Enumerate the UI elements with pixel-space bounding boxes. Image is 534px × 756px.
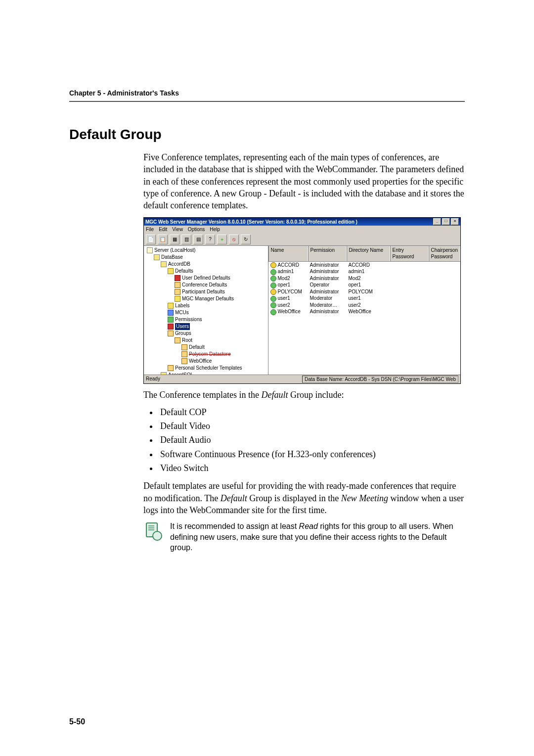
section-title: Default Group [69, 127, 465, 142]
tree-database[interactable]: DataBase [145, 254, 267, 261]
chapter-header: Chapter 5 - Administrator's Tasks [69, 89, 465, 97]
list-item: Default COP [158, 405, 465, 419]
toolbar-list-icon[interactable]: ▤ [193, 235, 203, 244]
table-row[interactable]: ACCORDAdministratorACCORD [268, 262, 460, 269]
toolbar-paste-icon[interactable]: 📋 [158, 235, 168, 244]
close-button[interactable]: × [451, 218, 459, 225]
col-permission[interactable]: Permission [308, 246, 347, 261]
tree-mcus[interactable]: MCUs [145, 309, 267, 316]
col-directory[interactable]: Directory Name [347, 246, 390, 261]
defaults-icon [168, 268, 174, 274]
minimize-button[interactable]: _ [433, 218, 441, 225]
title-bar: MGC Web Server Manager Version 8.0.0.10 … [144, 218, 460, 226]
tree-accordsql[interactable]: AccordSQL [145, 372, 267, 375]
user-icon [270, 283, 276, 288]
app-window: MGC Web Server Manager Version 8.0.0.10 … [143, 217, 461, 384]
tree-users[interactable]: Users [145, 323, 267, 330]
table-row[interactable]: user2Moderator…user2 [268, 302, 460, 309]
note-icon [143, 521, 163, 543]
tree-default-group[interactable]: Default [145, 344, 267, 351]
templates-list: Default COP Default Video Default Audio … [143, 405, 465, 475]
tree-mgc-manager-defaults[interactable]: MGC Manager Defaults [145, 295, 267, 302]
folder-icon [175, 289, 180, 295]
list-item: Default Audio [158, 433, 465, 447]
note-text: It is recommended to assign at least Rea… [170, 521, 465, 553]
table-row[interactable]: Mod2AdministratorMod2 [268, 275, 460, 282]
table-row[interactable]: oper1Operatoroper1 [268, 282, 460, 288]
window-controls: _ □ × [433, 218, 459, 225]
menu-view[interactable]: View [172, 226, 183, 233]
tree-defaults[interactable]: Defaults [145, 268, 267, 275]
toolbar-small-icons-icon[interactable]: ▥ [181, 235, 191, 244]
tree-accorddb[interactable]: AccordDB [145, 261, 267, 268]
folder-icon [181, 358, 187, 364]
toolbar-stop-icon[interactable]: ⦸ [229, 235, 239, 244]
toolbar-copy-icon[interactable]: 📄 [146, 235, 156, 244]
toolbar: 📄 📋 ▦ ▥ ▤ ? ＋ ⦸ ↻ [144, 234, 460, 246]
db-icon [161, 372, 167, 375]
list-header: Name Permission Directory Name Entry Pas… [268, 246, 460, 262]
tree-polycom-datastore[interactable]: Polycom Datastore [145, 351, 267, 358]
user-icon [270, 309, 276, 315]
menu-file[interactable]: File [146, 226, 154, 233]
user-icon [270, 276, 276, 282]
list-rows: ACCORDAdministratorACCORDadmin1Administr… [268, 262, 460, 375]
tree-participant-defaults[interactable]: Participant Defaults [145, 288, 267, 295]
list-item: Video Switch [158, 461, 465, 475]
page: Chapter 5 - Administrator's Tasks Defaul… [0, 0, 534, 756]
list-panel: Name Permission Directory Name Entry Pas… [268, 246, 460, 375]
note-block: It is recommended to assign at least Rea… [143, 521, 465, 553]
page-number: 5-50 [69, 717, 85, 726]
folder-icon [175, 282, 180, 288]
users-icon [168, 324, 174, 330]
screenshot-window: MGC Web Server Manager Version 8.0.0.10 … [143, 217, 465, 384]
folder-icon [181, 344, 187, 350]
app-body: Server (LocalHost) DataBase AccordDB Def… [144, 246, 460, 375]
tree-root-group[interactable]: Root [145, 337, 267, 344]
tree-user-defined-defaults[interactable]: User Defined Defaults [145, 275, 267, 282]
toolbar-add-icon[interactable]: ＋ [217, 235, 227, 244]
list-item: Software Continuous Presence (for H.323-… [158, 447, 465, 461]
menu-edit[interactable]: Edit [159, 226, 167, 233]
intro-paragraph: Five Conference templates, representing … [143, 151, 465, 211]
header-rule [69, 101, 465, 102]
user-icon [270, 296, 276, 302]
col-name[interactable]: Name [268, 246, 308, 261]
tree-personal-scheduler[interactable]: Personal Scheduler Templates [145, 365, 267, 372]
red-icon [175, 275, 180, 281]
col-entry-password[interactable]: Entry Password [390, 246, 429, 261]
menu-help[interactable]: Help [210, 226, 220, 233]
title-bar-text: MGC Web Server Manager Version 8.0.0.10 … [145, 219, 357, 226]
tree-groups[interactable]: Groups [145, 330, 267, 337]
folder-icon [175, 337, 180, 343]
list-item: Default Video [158, 419, 465, 433]
status-db-path: Data Base Name: AccordDB - Sys DSN (C:\P… [302, 376, 458, 383]
folder-icon [181, 351, 187, 357]
folder-icon [168, 365, 174, 371]
tree-server[interactable]: Server (LocalHost) [145, 247, 267, 254]
table-row[interactable]: POLYCOMAdministratorPOLYCOM [268, 288, 460, 295]
table-row[interactable]: admin1Administratoradmin1 [268, 268, 460, 275]
status-bar: Ready Data Base Name: AccordDB - Sys DSN… [144, 375, 460, 384]
table-row[interactable]: user1Moderatoruser1 [268, 295, 460, 302]
user-icon [270, 289, 276, 295]
menu-options[interactable]: Options [188, 226, 205, 233]
toolbar-help-icon[interactable]: ? [205, 235, 215, 244]
body-content: Five Conference templates, representing … [143, 151, 465, 553]
col-chair-password[interactable]: Chairperson Password [429, 246, 460, 261]
tree-permissions[interactable]: Permissions [145, 316, 267, 323]
tree-labels[interactable]: Labels [145, 302, 267, 309]
default-templates-paragraph: Default templates are useful for providi… [143, 480, 465, 516]
toolbar-refresh-icon[interactable]: ↻ [241, 235, 251, 244]
tree-weboffice[interactable]: WebOffice [145, 358, 267, 365]
maximize-button[interactable]: □ [442, 218, 450, 225]
tree-panel: Server (LocalHost) DataBase AccordDB Def… [144, 246, 268, 375]
tree-conference-defaults[interactable]: Conference Defaults [145, 282, 267, 288]
table-row[interactable]: WebOfficeAdministratorWebOffice [268, 308, 460, 315]
user-icon [270, 269, 276, 275]
post-screenshot-paragraph: The Conference templates in the Default … [143, 389, 465, 401]
yellow-icon [175, 296, 180, 302]
database-icon [154, 254, 160, 260]
menu-bar: File Edit View Options Help [144, 226, 460, 234]
toolbar-large-icons-icon[interactable]: ▦ [170, 235, 179, 244]
